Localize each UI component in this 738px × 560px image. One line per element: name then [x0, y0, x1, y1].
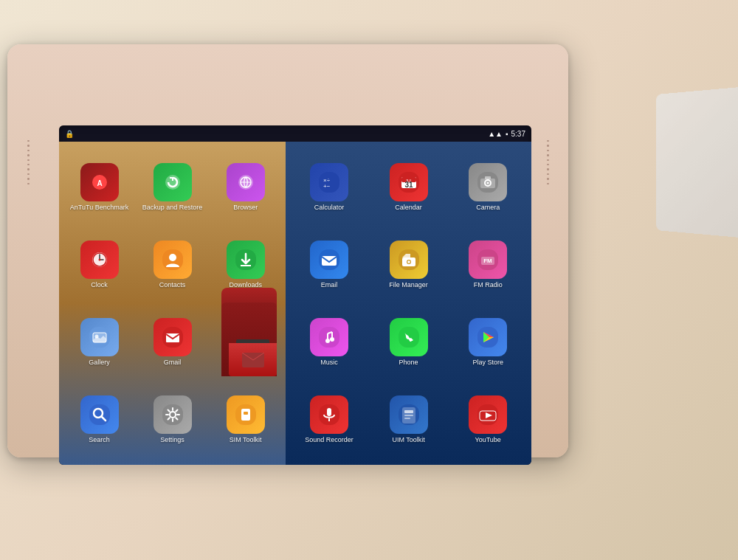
app-email[interactable]: Email [292, 228, 367, 301]
svg-rect-44 [485, 176, 491, 179]
tablet-case: 🔒 ▲▲ ▪ 5:37 A AnTuTu Benchmark [7, 44, 568, 457]
wifi-icon: ▲▲ [488, 130, 503, 138]
svg-rect-66 [404, 418, 410, 419]
svg-text:A: A [97, 179, 102, 187]
filemanager-icon [390, 241, 428, 279]
email-icon [310, 241, 348, 279]
gallery-icon [80, 318, 119, 356]
app-music[interactable]: Music [292, 305, 367, 378]
mailbox-body [221, 303, 277, 376]
playstore-icon [469, 318, 507, 356]
speaker-left [24, 140, 32, 184]
simtoolkit-label: SIM Toolkit [230, 436, 262, 444]
app-calendar[interactable]: JUL31 Calendar [371, 151, 446, 224]
camera-label: Camera [476, 204, 500, 212]
playstore-label: Play Store [472, 359, 503, 367]
status-bar: 🔒 ▲▲ ▪ 5:37 [59, 125, 531, 142]
app-fmradio[interactable]: FM FM Radio [450, 228, 525, 301]
app-calculator[interactable]: ×÷+− Calculator [292, 151, 367, 224]
app-search[interactable]: Search [65, 383, 134, 456]
browser-icon [227, 163, 265, 201]
mailbox-overlay [218, 288, 284, 391]
status-icons: ▲▲ ▪ 5:37 [488, 130, 525, 138]
contacts-label: Contacts [159, 281, 186, 289]
contacts-icon [154, 241, 192, 279]
app-uimtoolkit[interactable]: UIM Toolkit [371, 383, 446, 456]
svg-rect-53 [319, 327, 339, 348]
svg-point-12 [169, 254, 176, 261]
youtube-icon [469, 395, 507, 434]
soundrecorder-label: Sound Recorder [305, 436, 354, 444]
gmail-icon [154, 318, 192, 356]
soundrecorder-icon [310, 395, 348, 434]
app-filemanager[interactable]: File Manager [371, 228, 446, 301]
browser-label: Browser [233, 204, 258, 212]
youtube-label: YouTube [475, 436, 500, 444]
phone-icon [390, 318, 428, 356]
app-playstore[interactable]: Play Store [450, 305, 525, 378]
svg-rect-60 [327, 408, 331, 416]
backup-icon [154, 163, 192, 201]
battery-icon: ▪ [506, 130, 508, 138]
app-gmail[interactable]: Gmail [138, 305, 207, 378]
app-antutu[interactable]: A AnTuTu Benchmark [65, 151, 134, 224]
right-app-section: ×÷+− Calculator JUL31 Calendar Camer [286, 142, 531, 465]
app-clock[interactable]: Clock [65, 228, 134, 301]
music-icon [310, 318, 348, 356]
fmradio-label: FM Radio [474, 281, 503, 289]
svg-rect-31 [244, 412, 248, 415]
app-settings[interactable]: Settings [138, 383, 207, 456]
backup-label: Backup and Restore [142, 204, 203, 212]
app-camera[interactable]: Camera [450, 151, 525, 224]
svg-point-10 [98, 258, 100, 260]
app-contacts[interactable]: Contacts [138, 228, 207, 301]
calculator-label: Calculator [314, 204, 345, 212]
calendar-icon: JUL31 [390, 163, 428, 201]
settings-label: Settings [160, 436, 184, 444]
email-label: Email [321, 281, 338, 289]
gallery-label: Gallery [89, 359, 110, 367]
svg-text:+−: +− [323, 183, 331, 190]
svg-point-43 [487, 182, 489, 184]
app-youtube[interactable]: YouTube [450, 383, 525, 456]
filemanager-label: File Manager [389, 281, 428, 289]
gmail-label: Gmail [164, 359, 182, 367]
fmradio-icon: FM [469, 241, 507, 279]
calendar-label: Calendar [395, 204, 422, 212]
phone-label: Phone [399, 359, 418, 367]
svg-rect-65 [404, 415, 413, 416]
mailbox-door [229, 343, 277, 376]
svg-text:31: 31 [404, 181, 413, 189]
clock-status: 5:37 [511, 130, 525, 138]
svg-point-54 [325, 339, 330, 343]
app-gallery[interactable]: Gallery [65, 305, 134, 378]
app-backup[interactable]: Backup and Restore [138, 151, 207, 224]
lock-icon: 🔒 [65, 130, 74, 138]
camera-icon [469, 163, 507, 201]
app-browser[interactable]: Browser [211, 151, 280, 224]
app-phone[interactable]: Phone [371, 305, 446, 378]
tablet-screen: 🔒 ▲▲ ▪ 5:37 A AnTuTu Benchmark [59, 125, 531, 465]
clock-label: Clock [91, 281, 108, 289]
calculator-icon: ×÷+− [310, 163, 348, 201]
keyboard-background [656, 81, 738, 243]
simtoolkit-icon [227, 395, 265, 434]
antutu-label: AnTuTu Benchmark [70, 204, 128, 212]
app-soundrecorder[interactable]: Sound Recorder [292, 383, 367, 456]
search-icon [80, 395, 119, 434]
svg-point-55 [330, 337, 334, 342]
antutu-icon: A [80, 163, 119, 201]
app-simtoolkit[interactable]: SIM Toolkit [211, 383, 280, 456]
search-label: Search [89, 436, 110, 444]
svg-text:FM: FM [483, 257, 492, 264]
clock-icon [80, 241, 119, 279]
svg-rect-24 [89, 404, 110, 425]
uimtoolkit-icon [390, 395, 428, 434]
downloads-icon [227, 241, 265, 279]
speaker-right [543, 140, 552, 184]
svg-rect-64 [404, 410, 413, 413]
music-label: Music [320, 359, 338, 367]
app-grid-container: A AnTuTu Benchmark Backup and Restore [59, 142, 531, 465]
uimtoolkit-label: UIM Toolkit [392, 436, 424, 444]
settings-icon [154, 395, 192, 434]
